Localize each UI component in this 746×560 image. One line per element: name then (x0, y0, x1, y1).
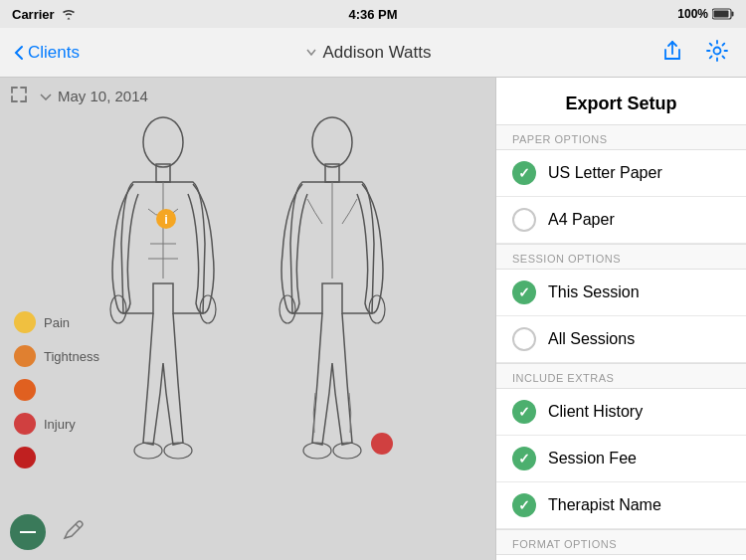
svg-point-9 (164, 443, 192, 459)
info-marker[interactable]: i (156, 209, 176, 229)
status-left: Carrier (12, 7, 77, 22)
back-figure (258, 114, 407, 472)
pain-dot-legend (14, 311, 36, 333)
svg-point-3 (713, 48, 720, 55)
collapse-icon (40, 93, 52, 100)
legend-orange (14, 379, 99, 401)
client-history-label: Client History (548, 403, 643, 421)
status-time: 4:36 PM (348, 7, 397, 22)
front-figure: i (89, 114, 238, 472)
a4-paper-option[interactable]: A4 Paper (496, 197, 746, 244)
all-sessions-label: All Sessions (548, 330, 635, 348)
pencil-icon (62, 520, 84, 542)
date-header: May 10, 2014 (40, 88, 148, 104)
nav-actions (658, 36, 732, 69)
legend-pain: Pain (14, 311, 99, 333)
gear-icon (706, 40, 728, 62)
share-button[interactable] (658, 36, 686, 69)
all-sessions-option[interactable]: All Sessions (496, 316, 746, 363)
share-icon (662, 40, 682, 62)
shrink-icon-area[interactable] (10, 86, 28, 107)
back-chevron-icon (14, 45, 24, 61)
legend-injury: Injury (14, 413, 99, 435)
carrier-label: Carrier (12, 7, 55, 22)
nav-title: Addison Watts (322, 43, 431, 63)
legend-red (14, 447, 99, 468)
pain-label: Pain (44, 315, 70, 330)
all-sessions-checkbox[interactable] (512, 327, 536, 351)
date-label: May 10, 2014 (58, 88, 148, 104)
status-bar: Carrier 4:36 PM 100% (0, 0, 746, 28)
edit-button[interactable] (62, 520, 84, 545)
tightness-label: Tightness (44, 349, 99, 364)
legend: Pain Tightness Injury (14, 311, 99, 480)
shrink-icon (10, 86, 28, 103)
nav-bar: Clients Addison Watts (0, 28, 746, 78)
battery-icon (712, 8, 734, 20)
this-session-label: This Session (548, 283, 640, 301)
orange-dot-legend (14, 379, 36, 401)
tightness-dot-legend (14, 345, 36, 367)
format-options-header: FORMAT OPTIONS (496, 529, 746, 555)
back-body-svg (258, 114, 407, 472)
us-letter-option[interactable]: US Letter Paper (496, 150, 746, 197)
include-extras-header: INCLUDE EXTRAS (496, 363, 746, 389)
main-content: May 10, 2014 (0, 78, 746, 560)
session-fee-label: Session Fee (548, 450, 637, 467)
client-history-option[interactable]: Client History (496, 389, 746, 436)
client-history-checkbox[interactable] (512, 400, 536, 424)
svg-point-18 (303, 443, 331, 459)
front-body-svg (89, 114, 238, 472)
therapist-name-checkbox[interactable] (512, 493, 536, 517)
session-options-header: SESSION OPTIONS (496, 244, 746, 270)
a4-paper-label: A4 Paper (548, 211, 615, 229)
svg-rect-1 (732, 12, 734, 17)
injury-dot-legend (14, 413, 36, 435)
injury-marker[interactable] (371, 433, 393, 455)
export-panel: Export Setup PAPER OPTIONS US Letter Pap… (495, 78, 746, 560)
back-button[interactable]: Clients (14, 43, 80, 63)
red-dot-legend (14, 447, 36, 468)
us-letter-label: US Letter Paper (548, 164, 662, 182)
bottom-toolbar (10, 514, 84, 550)
export-title: Export Setup (496, 78, 746, 124)
this-session-checkbox[interactable] (512, 280, 536, 304)
status-right: 100% (677, 7, 734, 21)
back-label: Clients (28, 43, 80, 63)
therapist-name-option[interactable]: Therapist Name (496, 482, 746, 529)
printer-option[interactable]: Printer (496, 555, 746, 560)
svg-line-20 (76, 524, 80, 528)
us-letter-checkbox[interactable] (512, 161, 536, 185)
injury-label: Injury (44, 417, 76, 432)
session-fee-option[interactable]: Session Fee (496, 436, 746, 482)
title-chevron-icon (306, 49, 316, 56)
legend-tightness: Tightness (14, 345, 99, 367)
battery-label: 100% (677, 7, 708, 21)
body-area: May 10, 2014 (0, 78, 495, 560)
this-session-option[interactable]: This Session (496, 270, 746, 316)
therapist-name-label: Therapist Name (548, 496, 661, 514)
svg-point-8 (134, 443, 162, 459)
remove-button[interactable] (10, 514, 46, 550)
body-figures: i (89, 114, 407, 472)
paper-options-header: PAPER OPTIONS (496, 124, 746, 150)
session-fee-checkbox[interactable] (512, 447, 536, 470)
svg-point-19 (333, 443, 361, 459)
settings-button[interactable] (702, 36, 732, 69)
svg-point-13 (312, 117, 352, 167)
nav-title-area: Addison Watts (306, 43, 431, 63)
svg-point-4 (143, 117, 183, 167)
wifi-icon (61, 8, 77, 20)
a4-paper-checkbox[interactable] (512, 208, 536, 232)
svg-rect-2 (714, 11, 729, 18)
